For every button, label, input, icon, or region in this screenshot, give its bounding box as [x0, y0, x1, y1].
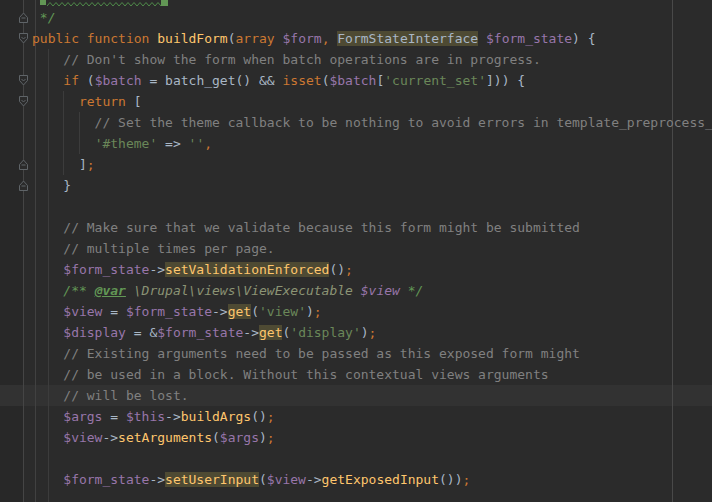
code-line: $display = &$form_state->get('display'); — [32, 322, 712, 343]
code-line: /** @var \Drupal\views\ViewExecutable $v… — [32, 280, 712, 301]
code-editor: */public function buildForm(array $form,… — [0, 0, 712, 502]
code-line: $view->setArguments($args); — [32, 427, 712, 448]
clipped-text-fragment — [40, 0, 46, 5]
fold-end-icon[interactable] — [18, 179, 29, 192]
code-line: // Existing arguments need to be passed … — [32, 343, 712, 364]
fold-end-icon[interactable] — [18, 11, 29, 24]
code-line: // Make sure that we validate because th… — [32, 217, 712, 238]
code-line — [32, 196, 712, 217]
code-line — [32, 448, 712, 469]
code-line: // be used in a block. Without this cont… — [32, 364, 712, 385]
fold-collapse-icon[interactable] — [18, 32, 29, 45]
code-lines[interactable]: */public function buildForm(array $form,… — [32, 7, 712, 490]
code-line: // will be lost. — [32, 385, 712, 406]
code-line: */ — [32, 7, 712, 28]
code-line: '#theme' => '', — [32, 133, 712, 154]
code-line: // Set the theme callback to be nothing … — [32, 112, 712, 133]
code-line: return [ — [32, 91, 712, 112]
code-line: $form_state->setValidationEnforced(); — [32, 259, 712, 280]
fold-collapse-icon[interactable] — [18, 95, 29, 108]
code-line: // multiple times per page. — [32, 238, 712, 259]
code-line: } — [32, 175, 712, 196]
fold-collapse-icon[interactable] — [18, 74, 29, 87]
clipped-text-fragment — [161, 0, 168, 6]
code-line: $args = $this->buildArgs(); — [32, 406, 712, 427]
code-line: $view = $form_state->get('view'); — [32, 301, 712, 322]
fold-end-icon[interactable] — [18, 158, 29, 171]
code-line: public function buildForm(array $form, F… — [32, 28, 712, 49]
code-line: if ($batch = batch_get() && isset($batch… — [32, 70, 712, 91]
code-line: ]; — [32, 154, 712, 175]
code-line: $form_state->setUserInput($view->getExpo… — [32, 469, 712, 490]
code-line: // Don't show the form when batch operat… — [32, 49, 712, 70]
